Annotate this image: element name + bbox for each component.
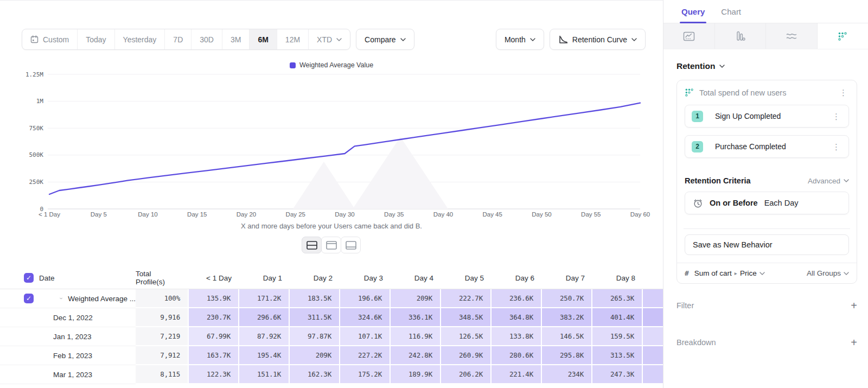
retention-value-cell[interactable]: 280.6K bbox=[492, 346, 542, 365]
retention-timing-control[interactable]: On or Before Each Day bbox=[685, 192, 849, 214]
retention-value-cell[interactable]: 126.5K bbox=[441, 327, 492, 346]
retention-value-cell[interactable]: 348.5K bbox=[441, 308, 492, 327]
chart-type-funnels[interactable] bbox=[715, 23, 767, 49]
range-30d[interactable]: 30D bbox=[192, 29, 222, 49]
header-cell-4[interactable]: Day 2 bbox=[290, 267, 340, 289]
retention-value-cell-clipped[interactable] bbox=[643, 327, 663, 346]
retention-value-cell[interactable]: 195.4K bbox=[239, 346, 290, 365]
retention-value-cell[interactable]: 97.87K bbox=[290, 327, 340, 346]
header-cell-7[interactable]: Day 5 bbox=[441, 267, 492, 289]
retention-value-cell[interactable]: 209K bbox=[290, 346, 340, 365]
retention-value-cell[interactable]: 336.1K bbox=[391, 308, 441, 327]
layout-toggle-table-bottom-view[interactable] bbox=[341, 237, 361, 253]
header-cell-1[interactable]: Total Profile(s) bbox=[136, 267, 189, 289]
retention-value-cell[interactable]: 296.6K bbox=[239, 308, 290, 327]
groups-dropdown[interactable]: All Groups bbox=[807, 269, 849, 277]
header-cell-2[interactable]: < 1 Day bbox=[189, 267, 239, 289]
tab-chart[interactable]: Chart bbox=[721, 0, 741, 23]
chart-type-button[interactable]: Retention Curve bbox=[550, 29, 646, 50]
retention-value-cell[interactable]: 311.5K bbox=[290, 308, 340, 327]
retention-value-cell[interactable]: 265.3K bbox=[592, 289, 643, 308]
retention-value-cell[interactable]: 159.5K bbox=[592, 327, 643, 346]
retention-value-cell[interactable]: 122.3K bbox=[189, 365, 239, 384]
retention-value-cell[interactable]: 221.4K bbox=[492, 365, 542, 384]
kebab-menu-icon[interactable]: ⋮ bbox=[831, 112, 842, 120]
retention-value-cell-clipped[interactable] bbox=[643, 365, 663, 384]
chart-legend[interactable]: Weighted Average Value bbox=[0, 61, 663, 69]
retention-value-cell[interactable]: 151.1K bbox=[239, 365, 290, 384]
retention-value-cell[interactable]: 189.9K bbox=[391, 365, 441, 384]
retention-value-cell[interactable]: 135.9K bbox=[189, 289, 239, 308]
retention-value-cell[interactable]: 383.2K bbox=[542, 308, 592, 327]
range-3m[interactable]: 3M bbox=[222, 29, 250, 49]
range-6m[interactable]: 6M bbox=[250, 29, 277, 49]
retention-value-cell[interactable]: 250.7K bbox=[542, 289, 592, 308]
header-cell-6[interactable]: Day 4 bbox=[391, 267, 441, 289]
header-cell-date[interactable]: ✓Date bbox=[0, 267, 136, 289]
retention-value-cell[interactable]: 242.8K bbox=[391, 346, 441, 365]
add-filter-icon[interactable]: + bbox=[851, 300, 857, 311]
behavior-step-1[interactable]: 1Sign Up Completed⋮ bbox=[685, 105, 849, 128]
save-as-new-behavior-button[interactable]: Save as New Behavior bbox=[685, 234, 849, 255]
criteria-mode-dropdown[interactable]: Advanced bbox=[808, 177, 849, 185]
retention-value-cell[interactable]: 196.6K bbox=[340, 289, 391, 308]
header-cell-8[interactable]: Day 6 bbox=[492, 267, 542, 289]
header-cell-3[interactable]: Day 1 bbox=[239, 267, 290, 289]
retention-value-cell[interactable]: 162.3K bbox=[290, 365, 340, 384]
range-yesterday[interactable]: Yesterday bbox=[115, 29, 165, 49]
retention-value-cell[interactable]: 222.7K bbox=[441, 289, 492, 308]
range-12m[interactable]: 12M bbox=[277, 29, 309, 49]
range-xtd[interactable]: XTD bbox=[309, 29, 350, 49]
retention-value-cell[interactable]: 401.4K bbox=[592, 308, 643, 327]
retention-value-cell[interactable]: 324.6K bbox=[340, 308, 391, 327]
range-custom[interactable]: Custom bbox=[22, 29, 78, 49]
chart-type-retention[interactable] bbox=[818, 23, 868, 49]
range-today[interactable]: Today bbox=[78, 29, 114, 49]
header-cell-5[interactable]: Day 3 bbox=[340, 267, 391, 289]
retention-value-cell[interactable]: 260.9K bbox=[441, 346, 492, 365]
retention-value-cell[interactable]: 313.5K bbox=[592, 346, 643, 365]
retention-value-cell[interactable]: 133.8K bbox=[492, 327, 542, 346]
kebab-menu-icon[interactable]: ⋮ bbox=[831, 143, 842, 151]
header-cell-10[interactable]: Day 8 bbox=[592, 267, 643, 289]
retention-value-cell[interactable]: 236.6K bbox=[492, 289, 542, 308]
retention-value-cell[interactable]: 230.7K bbox=[189, 308, 239, 327]
breakdown-section[interactable]: Breakdown + bbox=[676, 337, 857, 348]
header-cell-9[interactable]: Day 7 bbox=[542, 267, 592, 289]
select-all-checkbox[interactable]: ✓ bbox=[24, 273, 34, 283]
retention-value-cell-clipped[interactable] bbox=[643, 346, 663, 365]
retention-value-cell[interactable]: 163.7K bbox=[189, 346, 239, 365]
filter-section[interactable]: Filter + bbox=[676, 300, 857, 311]
retention-value-cell[interactable]: 209K bbox=[391, 289, 441, 308]
retention-value-cell[interactable]: 247.3K bbox=[592, 365, 643, 384]
kebab-menu-icon[interactable]: ⋮ bbox=[838, 88, 849, 97]
retention-value-cell[interactable]: 87.92K bbox=[239, 327, 290, 346]
layout-toggle-chart-top-view[interactable] bbox=[321, 237, 341, 253]
retention-value-cell[interactable]: 175.2K bbox=[340, 365, 391, 384]
compare-button[interactable]: Compare bbox=[356, 29, 414, 50]
retention-value-cell[interactable]: 67.99K bbox=[189, 327, 239, 346]
retention-value-cell[interactable]: 183.5K bbox=[290, 289, 340, 308]
layout-toggle-split-view[interactable] bbox=[302, 237, 322, 253]
tab-query[interactable]: Query bbox=[681, 0, 705, 23]
retention-value-cell[interactable]: 116.9K bbox=[391, 327, 441, 346]
retention-value-cell-clipped[interactable] bbox=[643, 289, 663, 308]
measurement-dropdown[interactable]: Sum of cart ▸ Price bbox=[694, 269, 801, 277]
retention-value-cell-clipped[interactable] bbox=[643, 308, 663, 327]
granularity-button[interactable]: Month bbox=[496, 29, 544, 50]
retention-value-cell[interactable]: 107.1K bbox=[340, 327, 391, 346]
chart-type-insights[interactable] bbox=[663, 23, 715, 49]
retention-value-cell[interactable]: 206.2K bbox=[441, 365, 492, 384]
retention-value-cell[interactable]: 146.5K bbox=[542, 327, 592, 346]
row-expander-icon[interactable] bbox=[60, 297, 62, 300]
range-7d[interactable]: 7D bbox=[165, 29, 192, 49]
retention-value-cell[interactable]: 295.8K bbox=[542, 346, 592, 365]
behavior-step-2[interactable]: 2Purchase Completed⋮ bbox=[685, 135, 849, 158]
retention-value-cell[interactable]: 227.2K bbox=[340, 346, 391, 365]
row-checkbox[interactable]: ✓ bbox=[24, 294, 34, 303]
add-breakdown-icon[interactable]: + bbox=[851, 337, 857, 348]
retention-value-cell[interactable]: 234K bbox=[542, 365, 592, 384]
retention-value-cell[interactable]: 364.8K bbox=[492, 308, 542, 327]
retention-value-cell[interactable]: 171.2K bbox=[239, 289, 290, 308]
chart-type-flows[interactable] bbox=[766, 23, 818, 49]
